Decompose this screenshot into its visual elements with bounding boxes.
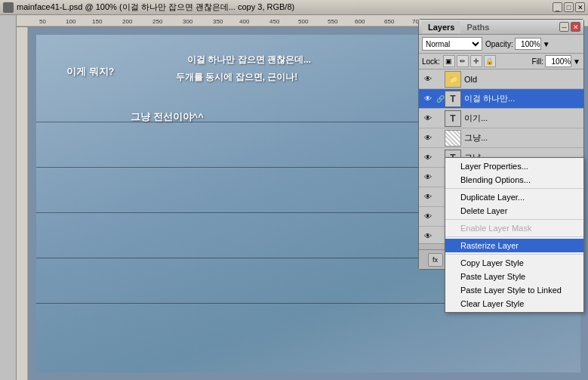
panel-collapse-button[interactable]: ─ [559, 22, 569, 32]
app-icon [3, 2, 14, 13]
svg-text:500: 500 [298, 18, 309, 25]
layer-item-selected[interactable]: 👁 🔗 T 이걸 하나만... [419, 89, 583, 109]
fill-row: Fill: ▼ [532, 55, 580, 67]
layer-link-selected: 🔗 [436, 93, 445, 105]
layer-eye-8[interactable]: 👁 [422, 211, 434, 223]
layer-eye-5[interactable]: 👁 [422, 152, 434, 164]
ctx-duplicate-layer[interactable]: Duplicate Layer... [445, 190, 583, 204]
layer-eye-old[interactable]: 👁 [422, 73, 434, 85]
layer-thumb-old: 📁 [445, 71, 461, 88]
layers-options: Normal Opacity: ▼ [419, 35, 583, 54]
layer-eye-9[interactable]: 👁 [422, 230, 434, 243]
ctx-delete-layer[interactable]: Delete Layer [445, 204, 583, 218]
svg-text:300: 300 [183, 18, 193, 25]
svg-text:400: 400 [239, 18, 250, 25]
ctx-paste-style[interactable]: Paste Layer Style [445, 270, 583, 283]
canvas-text-2: 이걸 하나만 잡으면 괜찮은데... [187, 54, 311, 66]
svg-text:450: 450 [269, 18, 280, 25]
layer-item-old[interactable]: 👁 📁 Old [419, 70, 583, 89]
lock-label: Lock: [422, 57, 440, 66]
tab-layers[interactable]: Layers [422, 21, 460, 33]
ctx-separator-3 [445, 236, 583, 237]
title-bar: mainface41-L.psd @ 100% (이걸 하나만 잡으면 괜찮은데… [0, 0, 588, 15]
layer-link-5 [436, 152, 445, 164]
ctx-layer-properties[interactable]: Layer Properties... [445, 159, 583, 173]
layers-lock-row: Lock: ▣ ✏ ✛ 🔒 Fill: ▼ [419, 54, 583, 70]
ctx-separator-1 [445, 188, 583, 189]
opacity-arrow[interactable]: ▼ [543, 40, 550, 48]
svg-text:150: 150 [92, 18, 103, 25]
layer-name-4: 그냥... [464, 132, 580, 144]
layer-eye-selected[interactable]: 👁 [422, 93, 434, 105]
layer-eye-7[interactable]: 👁 [422, 191, 434, 203]
lock-position-button[interactable]: ✛ [470, 55, 482, 67]
ctx-rasterize-layer[interactable]: Rasterize Layer [445, 239, 583, 252]
ctx-separator-2 [445, 219, 583, 220]
window-title: mainface41-L.psd @ 100% (이걸 하나만 잡으면 괜찮은데… [17, 2, 553, 13]
canvas-text-3: 두개를 동시에 잡으면, 근이나! [176, 71, 297, 84]
svg-text:600: 600 [355, 18, 365, 25]
layers-panel-header: Layers Paths ─ ✕ [419, 20, 583, 35]
svg-text:100: 100 [66, 18, 76, 25]
layer-thumb-3: T [445, 110, 461, 127]
workspace: 50 100 150 200 250 300 350 400 450 500 5… [0, 15, 588, 380]
layer-eye-4[interactable]: 👁 [422, 132, 434, 144]
ctx-paste-linked[interactable]: Paste Layer Style to Linked [445, 283, 583, 297]
layer-eye-6[interactable]: 👁 [422, 171, 434, 184]
svg-text:350: 350 [213, 18, 223, 25]
svg-text:650: 650 [384, 18, 395, 25]
lock-all-button[interactable]: 🔒 [484, 55, 496, 67]
layer-link-9 [436, 230, 445, 243]
canvas-text-1: 이게 뭐지? [66, 65, 115, 79]
layer-link-3 [436, 113, 445, 125]
canvas-text-4: 그냥 전선이야^^ [131, 110, 204, 124]
opacity-input[interactable] [515, 38, 541, 50]
svg-text:550: 550 [328, 18, 338, 25]
fx-button[interactable]: fx [428, 253, 443, 267]
layer-link-4 [436, 132, 445, 144]
layer-item-3[interactable]: 👁 T 이기... [419, 109, 583, 128]
lock-transparent-button[interactable]: ▣ [443, 55, 455, 67]
maximize-button[interactable]: □ [564, 2, 574, 12]
fill-arrow[interactable]: ▼ [573, 57, 580, 66]
opacity-label: Opacity: [485, 40, 513, 48]
tab-paths[interactable]: Paths [460, 21, 495, 33]
svg-text:50: 50 [39, 18, 46, 25]
ctx-blending-options[interactable]: Blending Options... [445, 173, 583, 187]
layer-link-6 [436, 171, 445, 184]
panel-close-button[interactable]: ✕ [571, 22, 580, 32]
ctx-clear-style[interactable]: Clear Layer Style [445, 297, 583, 310]
layer-link-old [436, 73, 445, 85]
svg-text:200: 200 [122, 18, 133, 25]
fill-input[interactable] [545, 55, 571, 67]
blend-mode-select[interactable]: Normal [422, 37, 482, 51]
close-button[interactable]: ✕ [575, 2, 585, 12]
layer-eye-3[interactable]: 👁 [422, 113, 434, 125]
lock-paint-button[interactable]: ✏ [457, 55, 469, 67]
layer-link-7 [436, 191, 445, 203]
layer-thumb-selected: T [445, 91, 461, 107]
minimize-button[interactable]: _ [553, 2, 562, 12]
left-ruler [17, 27, 29, 380]
layer-thumb-4 [445, 130, 461, 147]
lock-icons: ▣ ✏ ✛ 🔒 [443, 55, 496, 67]
panel-header-controls: ─ ✕ [559, 22, 580, 32]
layer-item-4[interactable]: 👁 그냥... [419, 128, 583, 148]
layer-name-selected: 이걸 하나만... [464, 93, 580, 104]
ctx-copy-style[interactable]: Copy Layer Style [445, 256, 583, 270]
window-controls: _ □ ✕ [553, 2, 585, 12]
ctx-separator-4 [445, 254, 583, 255]
layer-name-3: 이기... [464, 113, 580, 124]
opacity-row: Opacity: ▼ [485, 38, 550, 50]
layer-link-8 [436, 211, 445, 223]
left-toolbar [0, 15, 17, 380]
ctx-enable-mask: Enable Layer Mask [445, 221, 583, 235]
layer-name-old: Old [464, 75, 580, 84]
context-menu: Layer Properties... Blending Options... … [445, 157, 584, 313]
svg-text:250: 250 [152, 18, 163, 25]
fill-label: Fill: [532, 57, 544, 66]
